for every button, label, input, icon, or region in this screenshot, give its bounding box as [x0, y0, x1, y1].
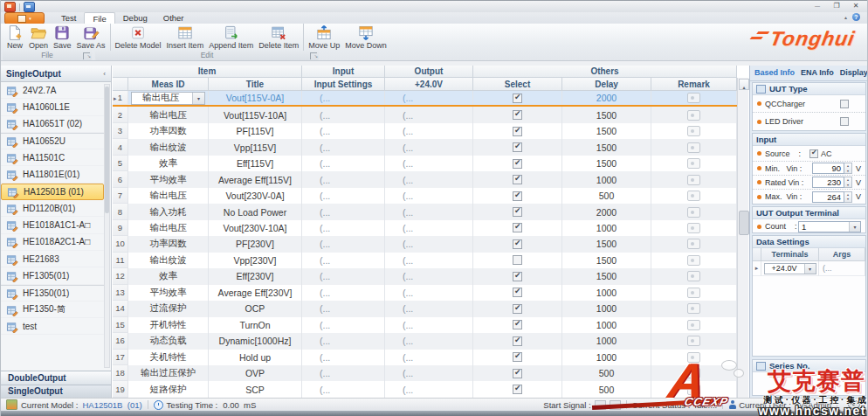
output-cell[interactable]: (... [385, 301, 473, 316]
meas-id-cell[interactable]: 输出电压 [128, 188, 209, 204]
table-row[interactable]: 4 输出纹波 Vpp[115V] (... (... 1500 [113, 139, 737, 155]
header-24v[interactable]: +24.0V [385, 78, 473, 91]
table-row[interactable]: 11 输出纹波 Vpp[230V] (... (... 1500 [113, 253, 737, 268]
header-title[interactable]: Title [209, 78, 302, 91]
input-settings-cell[interactable]: (... [302, 107, 385, 122]
eye-icon[interactable] [848, 400, 860, 409]
title-cell[interactable]: Average Eff[115V] [209, 171, 302, 187]
sidebar-model-item[interactable]: HA1060L1E [1, 99, 104, 115]
input-settings-cell[interactable]: (... [302, 350, 385, 365]
tab-other[interactable]: Other [155, 12, 192, 24]
select-checkbox[interactable] [513, 110, 522, 120]
output-cell[interactable]: (... [385, 350, 473, 365]
title-cell[interactable]: SCP [209, 381, 302, 397]
select-checkbox[interactable] [513, 255, 522, 265]
remark-cell[interactable] [651, 317, 737, 333]
select-cell[interactable] [473, 91, 562, 105]
select-checkbox[interactable] [513, 288, 522, 297]
count-dropdown[interactable]: 1 [798, 221, 861, 232]
select-cell[interactable] [473, 171, 562, 187]
select-checkbox[interactable] [513, 369, 522, 378]
append-item-button[interactable]: Append Item [206, 24, 256, 51]
rated-vin-input[interactable]: 230 [812, 177, 844, 188]
output-cell[interactable]: (... [385, 204, 473, 219]
remark-cell[interactable] [651, 188, 737, 204]
remark-cell[interactable] [651, 350, 737, 365]
meas-id-cell[interactable]: 输出纹波 [128, 253, 209, 268]
meas-id-cell[interactable]: 短路保护 [128, 381, 209, 397]
led-driver-checkbox[interactable] [840, 117, 849, 126]
input-settings-cell[interactable]: (... [302, 91, 385, 105]
header-remark[interactable]: Remark [651, 78, 737, 91]
remark-icon[interactable] [687, 126, 700, 136]
output-cell[interactable]: (... [385, 220, 473, 236]
select-checkbox[interactable] [513, 304, 522, 314]
output-cell[interactable]: (... [385, 333, 473, 349]
output-cell[interactable]: (... [385, 236, 473, 252]
delay-cell[interactable]: 1500 [562, 139, 651, 155]
output-cell[interactable]: (... [385, 365, 473, 381]
title-cell[interactable]: Dynamic[1000Hz] [209, 333, 302, 349]
table-row[interactable]: 12 效率 Eff[230V] (... (... 1500 [113, 268, 737, 284]
title-cell[interactable]: Vout[230V-10A] [209, 220, 302, 236]
select-checkbox[interactable] [513, 175, 522, 184]
select-checkbox[interactable] [513, 127, 522, 136]
tab-file[interactable]: File [84, 12, 114, 24]
remark-cell[interactable] [651, 268, 737, 284]
select-cell[interactable] [473, 107, 562, 122]
remark-icon[interactable] [687, 336, 700, 346]
input-settings-cell[interactable]: (... [302, 253, 385, 268]
ac-checkbox[interactable] [809, 149, 818, 158]
select-checkbox[interactable] [513, 385, 522, 394]
select-cell[interactable] [473, 285, 562, 301]
table-row[interactable]: 5 效率 Eff[115V] (... (... 1500 [113, 156, 737, 171]
remark-icon[interactable] [687, 110, 700, 121]
output-cell[interactable]: (... [385, 91, 473, 105]
meas-id-cell[interactable]: 输出过压保护 [128, 365, 209, 381]
table-row[interactable]: 15 开机特性 TurnOn (... (... 1000 [113, 317, 737, 333]
select-checkbox[interactable] [513, 94, 522, 103]
dropdown-icon[interactable] [192, 93, 204, 104]
quick-save-icon[interactable] [24, 2, 35, 12]
remark-cell[interactable] [651, 236, 737, 252]
restore-icon[interactable] [830, 2, 843, 10]
select-cell[interactable] [473, 188, 562, 204]
output-cell[interactable]: (... [385, 139, 473, 155]
delay-cell[interactable]: 2000 [562, 91, 651, 105]
select-cell[interactable] [473, 156, 562, 171]
group-single-output[interactable]: SingleOutput [1, 385, 111, 399]
delay-cell[interactable]: 1000 [562, 333, 651, 349]
remark-cell[interactable] [651, 156, 737, 171]
meas-id-cell[interactable]: 动态负载 [128, 333, 209, 349]
title-cell[interactable]: PF[115V] [209, 123, 302, 139]
select-checkbox[interactable] [513, 320, 522, 329]
table-row[interactable]: 1 输出电压 Vout[115V-0A] (... (... 2000 [113, 91, 737, 107]
remark-cell[interactable] [651, 204, 737, 219]
sidebar-scrollbar[interactable] [104, 84, 110, 368]
delay-cell[interactable]: 2000 [562, 204, 651, 219]
delay-cell[interactable]: 1500 [562, 253, 651, 268]
input-settings-cell[interactable]: (... [302, 220, 385, 236]
save-as-button[interactable]: Save As [74, 24, 108, 51]
sidebar-model-item[interactable]: HD1120B(01) [1, 200, 104, 217]
select-cell[interactable] [473, 317, 562, 333]
title-cell[interactable]: No Load Power [209, 204, 302, 219]
title-cell[interactable]: Vout[115V-0A] [209, 91, 302, 105]
select-cell[interactable] [473, 365, 562, 381]
remark-icon[interactable] [687, 368, 700, 378]
tab-based-info[interactable]: Based Info [754, 68, 795, 80]
title-cell[interactable]: Eff[115V] [209, 156, 302, 171]
select-cell[interactable] [473, 333, 562, 349]
select-checkbox[interactable] [513, 223, 522, 232]
scrollbar-thumb[interactable] [105, 87, 109, 213]
output-cell[interactable]: (... [385, 253, 473, 268]
meas-id-cell[interactable]: 输出电压 [128, 91, 209, 105]
select-cell[interactable] [473, 204, 562, 219]
spinner[interactable] [844, 177, 852, 188]
spinner[interactable] [844, 163, 852, 174]
remark-icon[interactable] [687, 207, 700, 218]
select-cell[interactable] [473, 301, 562, 316]
remark-cell[interactable] [651, 107, 737, 122]
qccharger-checkbox[interactable] [840, 100, 849, 108]
remark-cell[interactable] [651, 253, 737, 268]
